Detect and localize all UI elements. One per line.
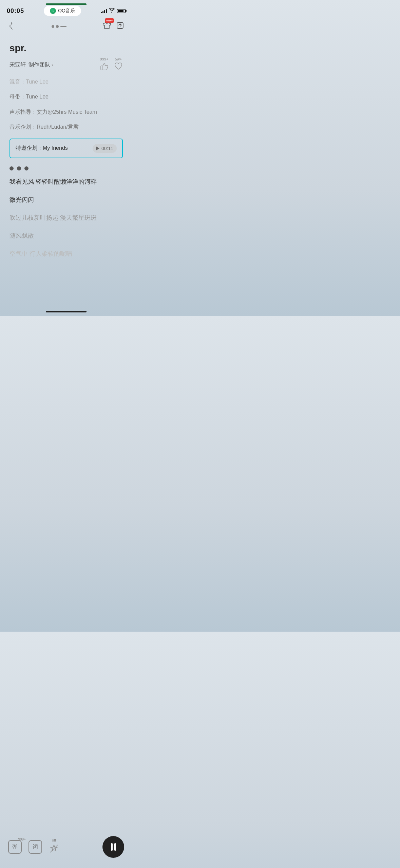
new-badge: NEW: [105, 18, 114, 23]
dot2: [56, 25, 59, 28]
song-info: spr. 宋亚轩 制作团队 › 999+: [0, 36, 132, 78]
header-right-icons: NEW: [102, 21, 124, 32]
play-preview-button[interactable]: 00:11: [93, 144, 117, 153]
lyric-line-5: 空气中 行人柔软的呢喃: [9, 249, 123, 258]
special-credit-box: 特邀企划：My friends 00:11: [9, 139, 123, 158]
battery-icon: [117, 9, 126, 13]
artist-name[interactable]: 宋亚轩: [9, 61, 26, 69]
credit-mix: 混音：Tune Lee: [9, 78, 123, 86]
status-right-icons: [101, 8, 126, 14]
credit-vocal: 声乐指导：文力@25hrs Music Team: [9, 108, 123, 116]
header-controls: 〱 NEW: [0, 17, 132, 36]
wifi-icon: [109, 8, 115, 14]
lyrics-section: 我看见风 轻轻叫醒懒洋洋的河畔 微光闪闪 吹过几枝新叶扬起 漫天繁星斑斑 随风飘…: [0, 177, 132, 258]
indicator-dot-2: [17, 166, 21, 170]
dots-menu[interactable]: [52, 25, 66, 28]
status-bar: 00:05 ♪ QQ音乐: [0, 0, 132, 17]
like-count: 999+: [100, 57, 109, 61]
song-title: spr.: [9, 43, 123, 54]
status-center-pill[interactable]: ♪ QQ音乐: [44, 6, 81, 16]
status-time: 00:05: [7, 7, 24, 15]
credits-section: 混音：Tune Lee 母带：Tune Lee 声乐指导：文力@25hrs Mu…: [0, 78, 132, 158]
heart-count: 5w+: [115, 57, 122, 61]
interaction-icons: 999+ 5w+: [100, 57, 123, 73]
chevron-right-icon: ›: [52, 62, 53, 68]
artist-row: 宋亚轩 制作团队 › 999+ 5w+: [9, 57, 123, 73]
lyric-line-4: 随风飘散: [9, 231, 123, 240]
play-triangle-icon: [96, 146, 99, 150]
lyric-line-1: 我看见风 轻轻叫醒懒洋洋的河畔: [9, 177, 123, 186]
preview-time: 00:11: [101, 146, 113, 151]
indicator-dot-1: [9, 166, 14, 170]
credit-music-plan: 音乐企划：Redh/Ludan/君君: [9, 123, 123, 131]
signal-icon: [101, 8, 107, 13]
like-button[interactable]: 999+: [100, 57, 109, 73]
shirt-icon: [102, 22, 111, 32]
share-button[interactable]: [116, 21, 124, 32]
qq-music-logo: ♪: [50, 8, 56, 14]
app-name-label: QQ音乐: [58, 8, 75, 14]
dot1: [52, 25, 54, 28]
chevron-down-button[interactable]: 〱: [8, 22, 16, 31]
dynamic-island: [46, 3, 87, 5]
credit-master: 母带：Tune Lee: [9, 93, 123, 101]
special-credit-text: 特邀企划：My friends: [16, 145, 68, 152]
lyric-line-3: 吹过几枝新叶扬起 漫天繁星斑斑: [9, 213, 123, 222]
production-team-button[interactable]: 制作团队 ›: [28, 61, 53, 69]
shirt-button[interactable]: NEW: [102, 21, 111, 32]
thumbs-up-icon: [100, 62, 109, 73]
heart-button[interactable]: 5w+: [114, 57, 123, 73]
lyric-line-2: 微光闪闪: [9, 195, 123, 204]
dots-indicator: [0, 164, 132, 177]
artist-info: 宋亚轩 制作团队 ›: [9, 61, 53, 69]
dot-dash: [60, 26, 66, 27]
indicator-dot-3: [24, 166, 28, 170]
home-indicator: [46, 311, 87, 312]
heart-icon: [114, 62, 123, 73]
